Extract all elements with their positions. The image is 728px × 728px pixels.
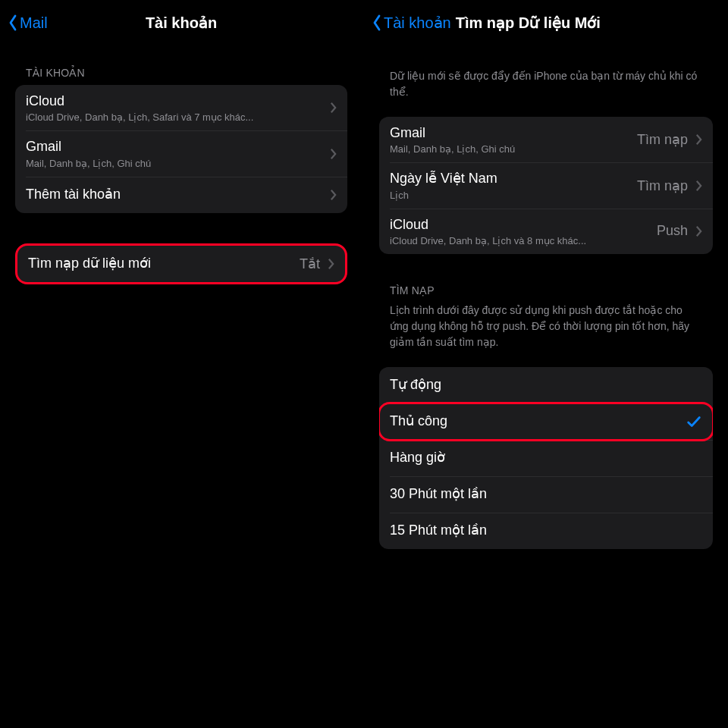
schedule-option-30min[interactable]: 30 Phút một lần [379, 476, 713, 513]
fetch-account-holidays[interactable]: Ngày lễ Việt Nam Lịch Tìm nạp [379, 162, 713, 208]
back-button[interactable]: Tài khoản [372, 14, 451, 32]
row-sub: iCloud Drive, Danh bạ, Lịch, Safari và 7… [26, 111, 322, 123]
row-title: Ngày lễ Việt Nam [390, 170, 631, 187]
section-header-fetch: TÌM NẠP [364, 254, 728, 303]
chevron-right-icon [695, 225, 702, 237]
fetch-new-data-group: Tìm nạp dữ liệu mới Tắt [15, 243, 347, 284]
check-icon [686, 413, 702, 430]
chevron-left-icon [8, 14, 18, 32]
row-sub: Mail, Danh bạ, Lịch, Ghi chú [26, 158, 322, 169]
row-title: Gmail [26, 138, 322, 155]
chevron-right-icon [695, 133, 702, 146]
chevron-right-icon [695, 180, 702, 192]
account-row-gmail[interactable]: Gmail Mail, Danh bạ, Lịch, Ghi chú [15, 130, 347, 176]
accounts-group: iCloud iCloud Drive, Danh bạ, Lịch, Safa… [15, 85, 347, 213]
fetch-account-gmail[interactable]: Gmail Mail, Danh bạ, Lịch, Ghi chú Tìm n… [379, 117, 713, 162]
chevron-right-icon [330, 148, 337, 160]
back-label: Tài khoản [384, 14, 451, 32]
fetch-schedule-group: Tự động Thủ công Hàng giờ 30 Phút một lầ… [379, 367, 713, 549]
pane-fetch: Tài khoản Tìm nạp Dữ liệu Mới Dữ liệu mớ… [364, 0, 728, 728]
navbar: Tài khoản Tìm nạp Dữ liệu Mới [364, 0, 728, 46]
row-sub: Mail, Danh bạ, Lịch, Ghi chú [390, 143, 631, 155]
fetch-new-data-row[interactable]: Tìm nạp dữ liệu mới Tắt [17, 246, 345, 282]
option-label: Tự động [390, 376, 702, 394]
chevron-right-icon [328, 258, 334, 270]
row-title: Gmail [390, 124, 631, 142]
row-value: Push [657, 223, 688, 239]
schedule-option-hourly[interactable]: Hàng giờ [379, 440, 713, 476]
back-button[interactable]: Mail [8, 14, 48, 32]
option-label: Hàng giờ [390, 449, 702, 466]
row-sub: Lịch [390, 190, 631, 201]
back-label: Mail [20, 14, 48, 32]
option-label: 15 Phút một lần [390, 522, 702, 539]
option-label: Thủ công [390, 413, 679, 430]
page-title: Tìm nạp Dữ liệu Mới [456, 14, 601, 32]
option-label: 30 Phút một lần [390, 485, 702, 503]
section-header-accounts: TÀI KHOẢN [0, 46, 362, 85]
push-description: Dữ liệu mới sẽ được đẩy đến iPhone của b… [364, 46, 728, 106]
row-title: iCloud [26, 93, 322, 110]
row-title: Thêm tài khoản [26, 186, 322, 203]
chevron-left-icon [372, 14, 382, 32]
fetch-description: Lịch trình dưới đây được sử dụng khi pus… [364, 303, 728, 356]
add-account-row[interactable]: Thêm tài khoản [15, 177, 347, 213]
fetch-accounts-group: Gmail Mail, Danh bạ, Lịch, Ghi chú Tìm n… [379, 117, 713, 254]
schedule-option-manual[interactable]: Thủ công [379, 403, 713, 440]
row-title: iCloud [390, 216, 651, 234]
navbar: Mail Tài khoản [0, 0, 362, 46]
row-value: Tìm nạp [637, 177, 688, 194]
fetch-account-icloud[interactable]: iCloud iCloud Drive, Danh bạ, Lịch và 8 … [379, 209, 713, 254]
row-value: Tìm nạp [637, 131, 688, 148]
chevron-right-icon [330, 189, 337, 201]
row-value: Tắt [300, 256, 320, 272]
schedule-option-auto[interactable]: Tự động [379, 367, 713, 403]
page-title: Tài khoản [0, 14, 362, 32]
chevron-right-icon [330, 102, 337, 114]
pane-accounts: Mail Tài khoản TÀI KHOẢN iCloud iCloud D… [0, 0, 364, 728]
row-title: Tìm nạp dữ liệu mới [28, 255, 293, 272]
row-sub: iCloud Drive, Danh bạ, Lịch và 8 mục khá… [390, 235, 651, 246]
schedule-option-15min[interactable]: 15 Phút một lần [379, 513, 713, 549]
account-row-icloud[interactable]: iCloud iCloud Drive, Danh bạ, Lịch, Safa… [15, 85, 347, 130]
